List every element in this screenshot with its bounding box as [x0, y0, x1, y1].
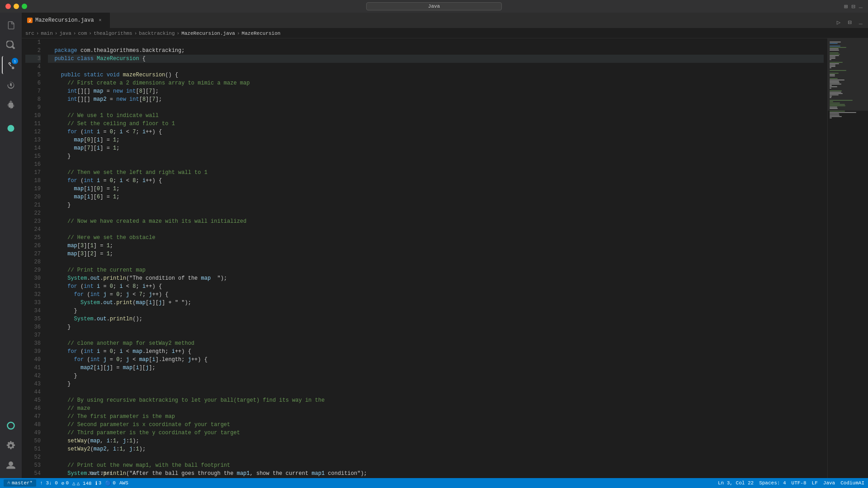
code-line-35: System.out.println(); — [48, 315, 824, 323]
java-file-icon: J — [27, 18, 33, 23]
layout-icon[interactable]: ⊟ — [851, 3, 855, 10]
minimize-btn[interactable] — [14, 4, 19, 9]
code-line-4 — [48, 63, 824, 71]
breadcrumb-com[interactable]: com — [78, 31, 87, 36]
breadcrumb-main[interactable]: main — [41, 31, 52, 36]
language-status[interactable]: Java — [823, 480, 835, 486]
codium-icon[interactable] — [2, 417, 20, 435]
warning-icon: △ — [72, 480, 75, 486]
code-line-41: map2[i][j] = map[i][j]; — [48, 364, 824, 372]
errors-status[interactable]: ⊘ 0 — [61, 480, 69, 486]
code-line-38: // clone another map for setWay2 method — [48, 339, 824, 347]
code-line-8: int[][] map2 = new int[8][7]; — [48, 95, 824, 103]
code-line-30: System.out.println("The condition of the… — [48, 274, 824, 282]
editor-toolbar: ▷ ⊟ … — [835, 17, 868, 28]
code-line-16 — [48, 160, 824, 169]
code-line-48: // Second parameter is x coordinate of y… — [48, 421, 824, 429]
breadcrumb-file[interactable]: MazeRecursion.java — [181, 31, 235, 36]
sync-label: ↑ 3↓ 0 — [40, 480, 58, 486]
settings-icon[interactable] — [2, 436, 20, 455]
status-left: ⑃ master* ↑ 3↓ 0 ⊘ 0 △ △ 148 ℹ 3 🔵 0 AWS — [4, 479, 128, 487]
code-line-54: System.out.println("After the ball goes … — [48, 469, 824, 478]
breadcrumb-thealgorithms[interactable]: thealgorithms — [94, 31, 132, 36]
info-label: 3 — [99, 480, 102, 486]
search-icon[interactable] — [2, 36, 20, 54]
codium-label: CodiumAI — [840, 480, 864, 486]
split-editor-icon[interactable]: ⊞ — [844, 3, 848, 10]
col-indicator[interactable]: 🔵 0 — [105, 480, 116, 486]
encoding-label: UTF-8 — [792, 480, 807, 486]
git-branch-icon: ⑃ — [7, 480, 10, 486]
spaces-status[interactable]: Spaces: 4 — [759, 480, 786, 486]
more-icon[interactable]: … — [859, 3, 863, 10]
live-share-icon[interactable] — [2, 119, 20, 137]
breadcrumb-src[interactable]: src — [25, 31, 34, 36]
more-actions-icon[interactable]: … — [857, 17, 864, 28]
git-branch[interactable]: ⑃ master* — [4, 479, 36, 487]
code-line-6: // First create a 2 dimensions array to … — [48, 79, 824, 87]
search-bar[interactable]: Java — [366, 2, 502, 10]
status-bar: ⑃ master* ↑ 3↓ 0 ⊘ 0 △ △ 148 ℹ 3 🔵 0 AWS… — [0, 478, 868, 488]
codium-status[interactable]: CodiumAI — [840, 480, 864, 486]
git-branch-label: master* — [12, 480, 33, 486]
tab-close-btn[interactable]: × — [97, 17, 104, 24]
info-icon: ℹ — [95, 480, 97, 486]
warnings-status[interactable]: △ △ 148 — [72, 480, 92, 486]
account-icon[interactable] — [2, 456, 20, 474]
code-line-47: // The first parameter is the map — [48, 413, 824, 421]
source-control-icon[interactable]: 1 — [2, 56, 20, 74]
line-ending-status[interactable]: LF — [812, 480, 818, 486]
tabs-bar: J MazeRecursion.java × ▷ ⊟ … — [22, 13, 868, 28]
close-btn[interactable] — [5, 4, 11, 9]
run-button[interactable]: ▷ — [835, 17, 842, 28]
code-line-23: // Now we have created a maze with its w… — [48, 217, 824, 225]
code-line-37 — [48, 331, 824, 339]
ln-col-status[interactable]: Ln 3, Col 22 — [718, 480, 754, 486]
encoding-status[interactable]: UTF-8 — [792, 480, 807, 486]
sync-status[interactable]: ↑ 3↓ 0 — [40, 480, 58, 486]
errors-label: 0 — [66, 480, 69, 486]
status-right: Ln 3, Col 22 Spaces: 4 UTF-8 LF Java Cod… — [718, 480, 864, 486]
code-line-10: // We use 1 to indicate wall — [48, 112, 824, 120]
line-numbers: 1234567891011121314151617181920212223242… — [22, 38, 44, 478]
run-debug-icon[interactable] — [2, 76, 20, 94]
code-line-53: // Print out the new map1, with the ball… — [48, 461, 824, 469]
code-line-46: // maze — [48, 404, 824, 413]
minimap[interactable] — [827, 38, 868, 478]
code-line-13: map[0][i] = 1; — [48, 136, 824, 144]
code-line-22 — [48, 209, 824, 217]
minimap-content — [828, 38, 868, 121]
activity-bottom — [2, 417, 20, 474]
breadcrumb-backtracking[interactable]: backtracking — [139, 31, 175, 36]
code-line-51: setWay2(map2, i:1, j:1); — [48, 445, 824, 453]
extensions-icon[interactable] — [2, 96, 20, 114]
titlebar: ‹ › Java ⊞ ⊟ … — [0, 0, 868, 13]
tab-maze-recursion[interactable]: J MazeRecursion.java × — [22, 13, 110, 28]
code-line-24 — [48, 225, 824, 234]
breadcrumb-class[interactable]: MazeRecursion — [242, 31, 281, 36]
code-line-27: map[3][2] = 1; — [48, 250, 824, 258]
code-line-12: for (int i = 0; i < 7; i++) { — [48, 128, 824, 136]
code-line-18: for (int i = 0; i < 8; i++) { — [48, 177, 824, 185]
code-line-49: // Third parameter is the y coordinate o… — [48, 429, 824, 437]
split-right-icon[interactable]: ⊟ — [846, 17, 853, 28]
code-line-28 — [48, 258, 824, 266]
code-line-20: map[i][6] = 1; — [48, 193, 824, 201]
language-label: Java — [823, 480, 835, 486]
aws-status[interactable]: AWS — [119, 480, 128, 486]
files-icon[interactable] — [2, 16, 20, 34]
activity-top: 1 — [2, 16, 20, 137]
info-status[interactable]: ℹ 3 — [95, 480, 102, 486]
code-content[interactable]: package com.thealgorithmes.backtracking;… — [44, 38, 827, 478]
code-line-43: } — [48, 380, 824, 388]
code-editor: 1234567891011121314151617181920212223242… — [22, 38, 868, 478]
breadcrumb-java[interactable]: java — [59, 31, 71, 36]
spaces-label: Spaces: 4 — [759, 480, 786, 486]
aws-label: AWS — [119, 480, 128, 486]
code-line-17: // Then we set the left and right wall t… — [48, 169, 824, 177]
maximize-btn[interactable] — [22, 4, 27, 9]
code-line-29: // Print the current map — [48, 266, 824, 274]
code-line-25: // Here we set the obstacle — [48, 234, 824, 242]
code-line-39: for (int i = 0; i < map.length; i++) { — [48, 347, 824, 356]
code-line-50: setWay(map, i:1, j:1); — [48, 437, 824, 445]
